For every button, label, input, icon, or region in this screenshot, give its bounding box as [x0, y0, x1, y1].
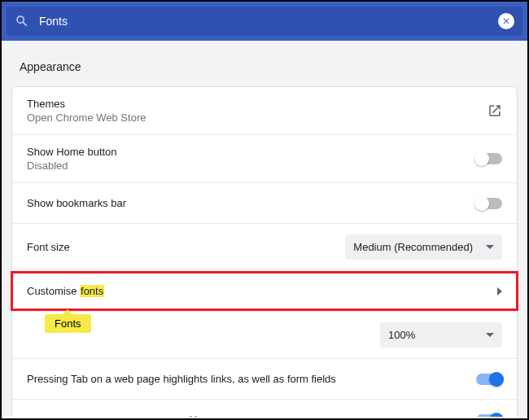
dropdown-icon	[486, 245, 494, 249]
bookmarks-bar-title: Show bookmarks bar	[27, 197, 476, 209]
bookmarks-bar-toggle[interactable]	[476, 198, 502, 209]
search-field[interactable]: Fonts	[7, 7, 522, 36]
customise-fonts-row[interactable]: Customise fonts Fonts	[12, 271, 517, 312]
page-zoom-row: Page zoom 100%	[12, 312, 517, 359]
tab-highlight-toggle[interactable]	[476, 374, 502, 385]
clear-search-button[interactable]	[498, 13, 514, 29]
tab-highlight-row: Pressing Tab on a web page highlights li…	[12, 359, 517, 400]
search-highlight: fonts	[80, 285, 104, 297]
home-button-subtitle: Disabled	[27, 160, 476, 172]
appearance-card: Themes Open Chrome Web Store Show Home b…	[11, 86, 518, 417]
themes-subtitle: Open Chrome Web Store	[27, 112, 487, 124]
search-bar: Fonts	[2, 2, 527, 41]
font-size-title: Font size	[27, 241, 345, 253]
page-zoom-value: 100%	[388, 329, 415, 341]
font-size-row: Font size Medium (Recommended)	[12, 224, 517, 271]
font-size-value: Medium (Recommended)	[353, 241, 473, 253]
bookmarks-bar-row: Show bookmarks bar	[12, 183, 517, 224]
settings-page: Appearance Themes Open Chrome Web Store …	[2, 41, 527, 417]
home-button-title: Show Home button	[27, 146, 476, 158]
search-icon	[15, 14, 29, 28]
chevron-right-icon	[497, 287, 502, 295]
themes-row[interactable]: Themes Open Chrome Web Store	[12, 87, 517, 135]
quit-warning-title: Show warning before quitting with ⌘Q	[27, 414, 476, 418]
font-size-select[interactable]: Medium (Recommended)	[345, 234, 502, 260]
quit-warning-row: Show warning before quitting with ⌘Q	[12, 400, 517, 417]
quit-warning-toggle[interactable]	[476, 414, 502, 417]
dropdown-icon	[486, 333, 494, 337]
themes-title: Themes	[27, 98, 487, 110]
home-button-row: Show Home button Disabled	[12, 135, 517, 183]
page-zoom-select[interactable]: 100%	[380, 322, 502, 348]
search-query: Fonts	[39, 15, 488, 28]
tab-highlight-title: Pressing Tab on a web page highlights li…	[27, 373, 476, 385]
customise-fonts-title: Customise fonts	[27, 285, 497, 297]
close-icon	[501, 16, 511, 26]
home-button-toggle[interactable]	[476, 153, 502, 164]
open-external-icon	[487, 103, 502, 118]
section-title: Appearance	[2, 41, 527, 86]
